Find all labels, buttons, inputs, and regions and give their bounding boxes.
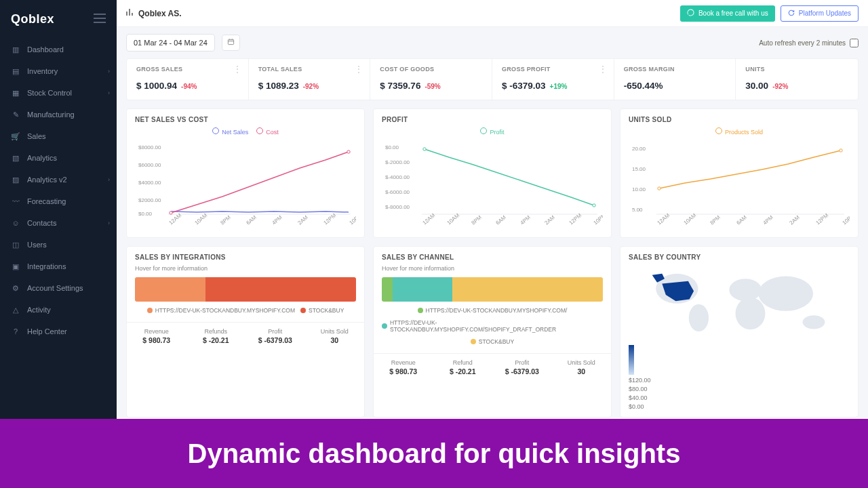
svg-text:$-2000.00: $-2000.00: [385, 159, 410, 165]
svg-point-53: [758, 277, 813, 311]
metric-value: $ -6379.03: [492, 367, 552, 375]
channel-bar[interactable]: [382, 277, 603, 302]
sidebar-item-inventory[interactable]: ▤Inventory›: [0, 60, 117, 82]
card-sales-by-channel: SALES BY CHANNEL Hover for more informat…: [373, 246, 612, 418]
kpi-value: $ 7359.76: [380, 81, 420, 91]
kpi-delta: -92%: [772, 83, 788, 90]
kpi-menu-icon[interactable]: ⋮: [233, 64, 241, 74]
legend-item: Profit: [480, 127, 504, 136]
main-area: Qoblex AS. Book a free call with us Plat…: [117, 0, 868, 419]
kpi-row: ⋮GROSS SALES$ 1000.94-94%⋮TOTAL SALES$ 1…: [126, 58, 859, 100]
footer-metrics: Revenue$ 980.73Refund$ -20.21Profit$ -63…: [374, 353, 611, 377]
breadcrumb: Qoblex AS.: [126, 8, 182, 18]
svg-text:15.00: 15.00: [632, 166, 646, 172]
legend-item: HTTPS://DEV-UK-STOCKANDBUY.MYSHOPIFY.COM…: [426, 307, 568, 314]
legend-item: STOCK&BUY: [479, 338, 514, 345]
legend-tick: $120.00: [629, 377, 850, 384]
auto-refresh-checkbox[interactable]: [850, 39, 859, 47]
sidebar-icon: ▧: [11, 153, 20, 163]
integration-bar[interactable]: [135, 277, 356, 302]
chevron-right-icon: ›: [108, 176, 110, 183]
net-sales-chart: $8000.00 $6000.00 $4000.00 $2000.00 $0.0…: [135, 140, 356, 228]
kpi-gross-margin: GROSS MARGIN-650.44%: [614, 59, 736, 100]
chevron-right-icon: ›: [108, 220, 110, 226]
card-profit: PROFIT Profit $0.00 $-2000.00 $-4000.00 …: [373, 108, 612, 238]
card-title: SALES BY CHANNEL: [382, 253, 603, 261]
legend-item: STOCK&BUY: [309, 307, 344, 314]
kpi-menu-icon[interactable]: ⋮: [599, 64, 607, 74]
card-title: SALES BY INTEGRATIONS: [135, 253, 356, 261]
svg-text:$-4000.00: $-4000.00: [385, 174, 410, 180]
svg-text:6AM: 6AM: [736, 214, 749, 226]
sidebar-item-analytics-v2[interactable]: ▨Analytics v2›: [0, 169, 117, 190]
sidebar-item-help-center[interactable]: ?Help Center: [0, 321, 117, 342]
sidebar-item-sales[interactable]: 🛒Sales: [0, 125, 117, 147]
svg-point-39: [658, 187, 660, 190]
metric-label: Revenue: [127, 328, 186, 335]
svg-text:6AM: 6AM: [495, 214, 508, 226]
sidebar-icon: ▣: [11, 262, 20, 271]
kpi-label: COST OF GOODS: [380, 66, 482, 73]
refresh-icon: [788, 9, 795, 18]
sidebar-item-stock-control[interactable]: ▦Stock Control›: [0, 82, 117, 104]
card-title: NET SALES VS COST: [135, 116, 356, 123]
sidebar-item-analytics[interactable]: ▧Analytics: [0, 147, 117, 169]
sidebar-icon: ☺: [11, 218, 20, 228]
platform-updates-button[interactable]: Platform Updates: [781, 5, 859, 22]
calendar-button[interactable]: [222, 35, 240, 51]
svg-point-8: [170, 211, 172, 214]
legend-tick: $0.00: [629, 403, 850, 410]
metric-label: Refunds: [186, 328, 246, 335]
page-title: Qoblex AS.: [138, 9, 182, 18]
sidebar-item-label: Analytics: [27, 154, 57, 162]
sidebar-icon: ▨: [11, 175, 20, 184]
auto-refresh-toggle[interactable]: Auto refresh every 2 minutes: [759, 39, 859, 47]
svg-text:4PM: 4PM: [519, 214, 532, 226]
menu-toggle-icon[interactable]: [94, 14, 106, 26]
sidebar-icon: △: [11, 305, 20, 314]
sidebar-item-manufacturing[interactable]: ✎Manufacturing: [0, 104, 117, 125]
sidebar-item-account-settings[interactable]: ⚙Account Settings: [0, 277, 117, 299]
metric-value: $ -20.21: [433, 367, 493, 375]
kpi-value: $ -6379.03: [502, 81, 546, 91]
topbar: Qoblex AS. Book a free call with us Plat…: [117, 0, 868, 27]
profit-chart: $0.00 $-2000.00 $-4000.00 $-6000.00 $-80…: [382, 140, 603, 228]
sidebar-item-dashboard[interactable]: ▥Dashboard: [0, 39, 117, 60]
date-range-input[interactable]: 01 Mar 24 - 04 Mar 24: [126, 34, 215, 52]
svg-point-54: [803, 315, 825, 329]
kpi-delta: -59%: [425, 83, 440, 90]
map-legend: $120.00 $80.00 $40.00 $0.00: [629, 345, 850, 410]
svg-text:$2000.00: $2000.00: [138, 197, 161, 203]
sidebar-item-integrations[interactable]: ▣Integrations: [0, 256, 117, 277]
sidebar-item-forecasting[interactable]: 〰Forecasting: [0, 190, 117, 212]
units-chart: 20.00 15.00 10.00 5.00 12AM10AM8PM6AM4PM…: [629, 140, 850, 228]
chevron-right-icon: ›: [108, 68, 110, 75]
sidebar-item-label: Account Settings: [27, 284, 83, 292]
svg-text:20.00: 20.00: [632, 146, 646, 152]
sidebar-item-contacts[interactable]: ☺Contacts›: [0, 212, 117, 234]
sidebar-icon: ▥: [11, 45, 20, 54]
sidebar-item-users[interactable]: ◫Users: [0, 234, 117, 256]
chevron-right-icon: ›: [108, 89, 110, 96]
banner-text: Dynamic dashboard for quick insights: [188, 439, 681, 469]
metric-value: $ -20.21: [186, 336, 246, 344]
metric-label: Units Sold: [552, 359, 612, 366]
svg-text:2AM: 2AM: [544, 214, 557, 226]
svg-point-50: [689, 304, 709, 331]
kpi-menu-icon[interactable]: ⋮: [355, 64, 363, 74]
metric-value: 30: [552, 367, 612, 375]
book-call-button[interactable]: Book a free call with us: [680, 5, 775, 22]
sidebar-item-label: Analytics v2: [27, 176, 67, 184]
card-net-sales-vs-cost: NET SALES VS COST Net Sales Cost $8000.0…: [126, 108, 365, 238]
svg-text:8PM: 8PM: [709, 214, 722, 226]
kpi-value: $ 1000.94: [136, 81, 177, 91]
legend-item: Net Sales: [212, 127, 248, 136]
kpi-delta: -92%: [303, 83, 319, 90]
svg-point-40: [840, 149, 842, 152]
svg-text:8PM: 8PM: [471, 214, 484, 226]
svg-text:$-6000.00: $-6000.00: [385, 189, 410, 195]
svg-text:10.00: 10.00: [632, 186, 646, 192]
world-map[interactable]: [629, 265, 850, 340]
sidebar-item-activity[interactable]: △Activity: [0, 299, 117, 321]
legend-item: HTTPS://DEV-UK-STOCKANDBUY.MYSHOPIFY.COM…: [390, 319, 603, 333]
